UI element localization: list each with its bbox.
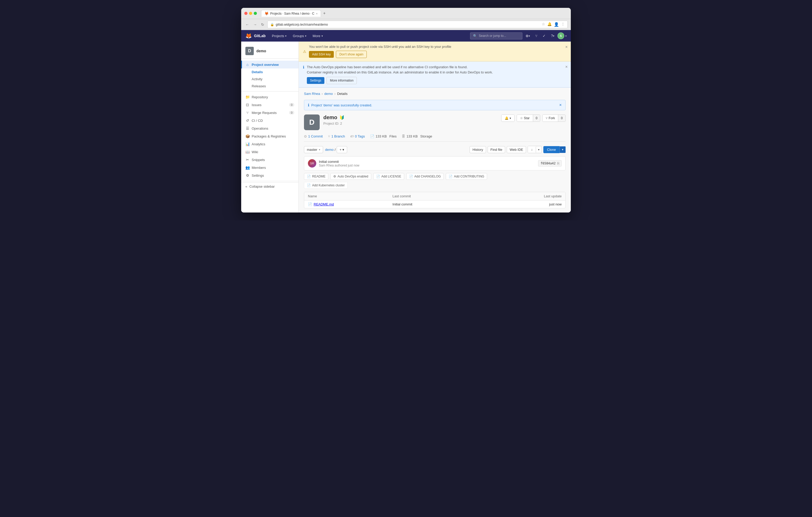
add-license-btn[interactable]: 📄 Add LICENSE (373, 173, 404, 180)
fork-label: Fork (549, 116, 555, 120)
url-text: gitlab.widgetcorp.tech/samrhea/demo (276, 23, 328, 26)
copy-hash-button[interactable]: ⎘ (557, 161, 559, 165)
add-k8s-btn[interactable]: 📄 Add Kubernetes cluster (304, 182, 348, 189)
user-avatar-icon[interactable]: 👤 (554, 22, 559, 27)
sidebar-item-wiki[interactable]: 📖 Wiki (241, 148, 298, 156)
sidebar-item-snippets[interactable]: ✂ Snippets (241, 156, 298, 163)
sidebar-sub-activity[interactable]: Activity (241, 75, 298, 83)
sidebar-item-project-overview[interactable]: ⌂ Project overview (241, 61, 298, 68)
project-title-row: demo 🔰 (323, 115, 501, 121)
clone-btn-group: Clone ▾ (543, 146, 566, 153)
sidebar-members-label: Members (252, 166, 294, 170)
code-review-icon[interactable]: ⑂ (533, 30, 540, 41)
content-area: ⚠ You won't be able to pull or push proj… (299, 41, 571, 213)
sidebar-snippets-label: Snippets (252, 158, 294, 162)
info-icon: ℹ (303, 65, 304, 69)
devops-settings-button[interactable]: Settings (307, 77, 324, 84)
devops-alert-close-button[interactable]: × (565, 65, 568, 69)
branches-link[interactable]: 1 Branch (331, 134, 345, 138)
sidebar-item-merge-requests[interactable]: ⑂ Merge Requests 0 (241, 109, 298, 117)
url-bar[interactable]: 🔒 gitlab.widgetcorp.tech/samrhea/demo ☆ … (267, 21, 568, 28)
add-ssh-key-button[interactable]: Add SSH key (309, 51, 334, 58)
readme-btn[interactable]: 📄 README (304, 173, 328, 180)
clone-dropdown-button[interactable]: ▾ (559, 146, 566, 153)
sidebar-item-issues[interactable]: ⊡ Issues 0 (241, 101, 298, 109)
sidebar-item-packages[interactable]: 📦 Packages & Registries (241, 132, 298, 140)
tab-bar: 🦊 Projects · Sam Rhea / demo · C × + (261, 10, 568, 17)
nav-more[interactable]: More ▾ (310, 30, 326, 41)
star-count: 0 (533, 115, 540, 122)
branch-selector[interactable]: master ▾ (304, 146, 323, 153)
breadcrumb-part1[interactable]: Sam Rhea (304, 92, 320, 96)
sidebar-cicd-label: CI / CD (252, 119, 294, 123)
clone-button[interactable]: Clone (543, 146, 559, 153)
active-tab[interactable]: 🦊 Projects · Sam Rhea / demo · C × (261, 10, 321, 17)
new-tab-button[interactable]: + (322, 11, 326, 16)
sidebar-item-analytics[interactable]: 📊 Analytics (241, 140, 298, 148)
sidebar-packages-label: Packages & Registries (252, 134, 294, 138)
project-actions: 🔔 ▾ ☆ Star 0 (501, 115, 566, 122)
download-button[interactable]: ↓ (528, 146, 536, 153)
collapse-sidebar-btn[interactable]: « Collapse sidebar (241, 182, 298, 190)
extensions-icon[interactable]: 🔔 (547, 22, 552, 27)
breadcrumb-part2[interactable]: demo (324, 92, 333, 96)
download-dropdown[interactable]: ▾ (536, 147, 542, 153)
nav-projects[interactable]: Projects ▾ (269, 30, 290, 41)
devops-enabled-btn[interactable]: ⚙ Auto DevOps enabled (330, 173, 371, 180)
back-button[interactable]: ← (244, 22, 250, 27)
sidebar-sub-details[interactable]: Details (241, 68, 298, 75)
changelog-icon: 📄 (409, 175, 413, 178)
branch-count: 1 (331, 134, 333, 138)
breadcrumb-sep1: › (321, 92, 323, 96)
add-contributing-btn[interactable]: 📄 Add CONTRIBUTING (446, 173, 487, 180)
file-controls-right: History Find file Web IDE ↓ ▾ Clone ▾ (470, 146, 566, 153)
global-search[interactable]: 🔍 Search or jump to... (470, 32, 522, 39)
tags-link[interactable]: 0 Tags (355, 134, 365, 138)
maximize-dot[interactable] (254, 12, 257, 15)
commits-link[interactable]: 1 Commit (308, 134, 323, 138)
fork-icon: ⑂ (546, 116, 548, 120)
license-label: Add LICENSE (381, 175, 401, 178)
sidebar-item-operations[interactable]: ☰ Operations (241, 124, 298, 132)
bookmark-icon[interactable]: ☆ (542, 22, 545, 27)
sidebar-item-repository[interactable]: 📁 Repository (241, 93, 298, 101)
path-root-link[interactable]: demo (325, 148, 334, 152)
fork-button[interactable]: ⑂ Fork (543, 115, 558, 122)
create-new-btn[interactable]: ⊕ ▾ (523, 30, 532, 41)
download-btn-group: ↓ ▾ (528, 146, 542, 153)
sidebar-item-cicd[interactable]: ↺ CI / CD (241, 117, 298, 124)
find-file-button[interactable]: Find file (488, 146, 505, 153)
forward-button[interactable]: → (252, 22, 258, 27)
commit-hash: f6584a42 ⎘ (538, 160, 562, 166)
commit-author: Sam Rhea (319, 163, 334, 167)
sidebar-sub-releases[interactable]: Releases (241, 83, 298, 90)
web-ide-button[interactable]: Web IDE (507, 146, 526, 153)
nav-groups[interactable]: Groups ▾ (290, 30, 310, 41)
sidebar-item-members[interactable]: 👥 Members (241, 163, 298, 172)
issues-nav-icon[interactable]: ✓ (541, 30, 548, 41)
help-icon[interactable]: ? ▾ (549, 30, 556, 41)
success-info-icon: ℹ (308, 103, 309, 107)
user-dropdown-icon[interactable]: ▾ (565, 34, 567, 37)
close-dot[interactable] (244, 12, 248, 15)
history-button[interactable]: History (470, 146, 486, 153)
more-information-button[interactable]: More information (326, 77, 357, 84)
menu-icon[interactable]: ⋮ (561, 22, 565, 27)
sidebar-item-settings[interactable]: ⚙ Settings (241, 172, 298, 179)
add-changelog-btn[interactable]: 📄 Add CHANGELOG (406, 173, 444, 180)
tab-close-btn[interactable]: × (316, 12, 318, 15)
watch-button[interactable]: 🔔 ▾ (501, 115, 514, 122)
refresh-button[interactable]: ↻ (260, 22, 265, 27)
gitlab-logo[interactable]: 🦊 GitLab (245, 33, 265, 39)
nav-right: 🔍 Search or jump to... ⊕ ▾ ⑂ ✓ ? ▾ S ▾ (470, 30, 567, 41)
file-type-icon: 📄 (308, 202, 312, 206)
file-name-link[interactable]: README.md (314, 202, 334, 206)
dont-show-again-button[interactable]: Don't show again (336, 51, 367, 58)
minimize-dot[interactable] (249, 12, 252, 15)
path-add-btn[interactable]: + ▾ (337, 146, 347, 153)
star-button[interactable]: ☆ Star (517, 115, 533, 122)
success-banner-close[interactable]: × (559, 103, 562, 108)
ssh-alert-close-button[interactable]: × (565, 45, 568, 50)
projects-chevron: ▾ (285, 34, 286, 37)
user-avatar[interactable]: S (557, 32, 564, 39)
